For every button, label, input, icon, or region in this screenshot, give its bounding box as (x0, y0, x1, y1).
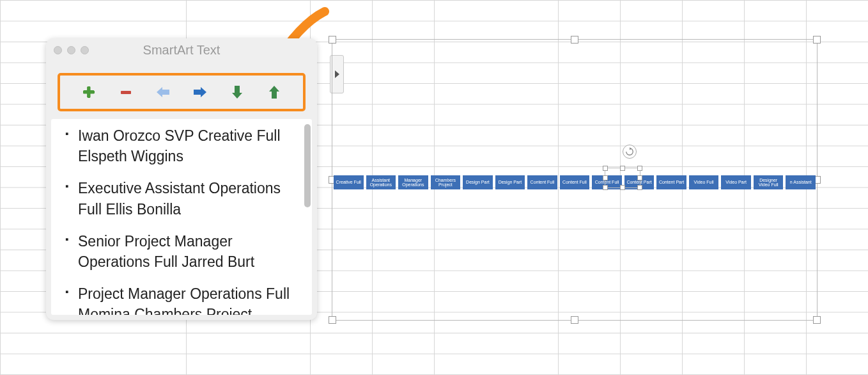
list-item[interactable]: Iwan Orozco SVP Creative Full Elspeth Wi… (64, 125, 299, 166)
smartart-node[interactable]: Manager Operations (398, 175, 428, 189)
list-item[interactable]: Executive Assistant Operations Full Elli… (64, 178, 299, 219)
svg-marker-5 (157, 87, 169, 97)
resize-handle-tl[interactable] (329, 36, 336, 44)
close-dot[interactable] (54, 46, 62, 54)
window-controls (54, 46, 89, 54)
demote-button[interactable] (191, 83, 209, 101)
resize-handle-tm[interactable] (571, 36, 578, 44)
svg-rect-3 (83, 91, 95, 93)
smartart-node[interactable]: Designer Video Full (754, 175, 784, 189)
list-item[interactable]: Senior Project Manager Operations Full J… (64, 231, 299, 272)
node-handle[interactable] (637, 175, 642, 180)
move-down-button[interactable] (228, 83, 246, 101)
smartart-node[interactable]: Video Part (721, 175, 751, 189)
promote-button[interactable] (154, 83, 172, 101)
resize-handle-tr[interactable] (813, 36, 821, 44)
svg-rect-4 (121, 91, 131, 94)
smartart-node[interactable]: Creative Full (334, 175, 364, 189)
smartart-canvas[interactable]: Creative Full Assistant Operations Manag… (332, 39, 818, 321)
resize-handle-bm[interactable] (571, 316, 578, 324)
smartart-text-panel[interactable]: SmartArt Text (46, 38, 317, 320)
scrollbar-thumb[interactable] (304, 124, 311, 207)
smartart-node[interactable]: Content Part (656, 175, 686, 189)
node-handle[interactable] (603, 185, 608, 190)
add-button[interactable] (80, 83, 98, 101)
move-up-button[interactable] (265, 83, 283, 101)
node-handle[interactable] (603, 175, 608, 180)
smartart-node[interactable]: Content Full (527, 175, 557, 189)
selected-node-outline[interactable] (605, 168, 640, 188)
list-item[interactable]: Project Manager Operations Full Momina C… (64, 283, 299, 315)
smartart-node[interactable]: Chambers Project (431, 175, 461, 189)
minimize-dot[interactable] (67, 46, 75, 54)
text-list[interactable]: Iwan Orozco SVP Creative Full Elspeth Wi… (51, 119, 312, 315)
smartart-node[interactable]: Content Full (560, 175, 590, 189)
node-handle[interactable] (637, 166, 642, 171)
node-handle[interactable] (603, 166, 608, 171)
smartart-nodes-row: Creative Full Assistant Operations Manag… (332, 175, 817, 189)
node-handle[interactable] (637, 185, 642, 190)
resize-handle-br[interactable] (813, 316, 821, 324)
rotate-handle[interactable] (623, 145, 637, 159)
zoom-dot[interactable] (81, 46, 89, 54)
svg-marker-7 (232, 86, 242, 99)
node-handle[interactable] (620, 166, 625, 171)
smartart-node[interactable]: n Assistant (786, 175, 816, 189)
svg-marker-6 (194, 87, 206, 97)
svg-marker-8 (269, 86, 279, 99)
panel-titlebar[interactable]: SmartArt Text (46, 38, 317, 61)
smartart-node[interactable]: Design Part (495, 175, 525, 189)
rotate-icon (625, 147, 634, 156)
smartart-node[interactable]: Video Full (689, 175, 719, 189)
resize-handle-bl[interactable] (329, 316, 336, 324)
remove-button[interactable] (117, 83, 135, 101)
node-handle[interactable] (620, 185, 625, 190)
smartart-toolbar (58, 73, 306, 111)
smartart-node[interactable]: Assistant Operations (366, 175, 396, 189)
smartart-node[interactable]: Design Part (463, 175, 493, 189)
